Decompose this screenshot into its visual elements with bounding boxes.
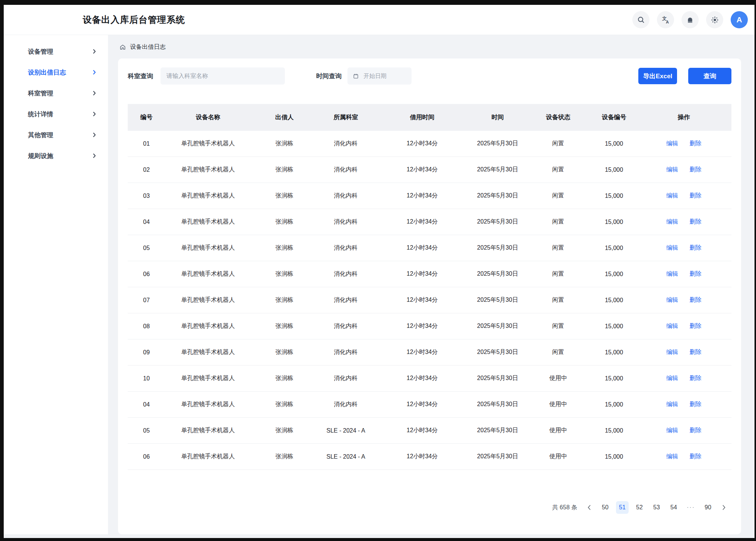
- sidebar-item[interactable]: 设别出借日志: [4, 62, 108, 83]
- sidebar-item[interactable]: 其他管理: [4, 124, 108, 145]
- delete-link[interactable]: 删除: [690, 349, 702, 355]
- cell-borrow-duration: 12小时34分: [374, 209, 471, 235]
- column-header: 设备状态: [525, 104, 592, 131]
- delete-link[interactable]: 删除: [690, 375, 702, 381]
- query-button[interactable]: 查询: [688, 68, 731, 84]
- cell-date: 2025年5月30日: [471, 131, 525, 157]
- dept-search-input[interactable]: [161, 67, 285, 85]
- home-icon: [119, 44, 126, 51]
- dept-query-label: 科室查询: [128, 72, 153, 80]
- cell-device-number: 15,000: [592, 131, 636, 157]
- delete-link[interactable]: 删除: [690, 401, 702, 407]
- table-row: 10 单孔腔镜手术机器人 张润栋 消化内科 12小时34分 2025年5月30日…: [128, 366, 731, 392]
- column-header: 出借人: [251, 104, 318, 131]
- delete-link[interactable]: 删除: [690, 166, 702, 173]
- table-row: 05 单孔腔镜手术机器人 张润栋 SLE - 2024 - A 12小时34分 …: [128, 418, 731, 444]
- sidebar-item[interactable]: 设备管理: [4, 41, 108, 62]
- cell-borrow-duration: 12小时34分: [374, 261, 471, 287]
- cell-number: 07: [128, 287, 165, 313]
- delete-link[interactable]: 删除: [690, 192, 702, 199]
- delete-link[interactable]: 删除: [690, 323, 702, 329]
- edit-link[interactable]: 编辑: [666, 140, 678, 146]
- avatar[interactable]: A: [731, 11, 748, 28]
- edit-link[interactable]: 编辑: [666, 218, 678, 225]
- cell-borrow-duration: 12小时34分: [374, 418, 471, 444]
- main-content: 设备出借日志 科室查询 时间查询 开始日期 导出Excel 查询: [108, 35, 755, 538]
- edit-link[interactable]: 编辑: [666, 375, 678, 381]
- edit-link[interactable]: 编辑: [666, 166, 678, 173]
- edit-link[interactable]: 编辑: [666, 453, 678, 459]
- table-row: 09 单孔腔镜手术机器人 张润栋 消化内科 12小时34分 2025年5月30日…: [128, 339, 731, 366]
- page-number[interactable]: 52: [633, 501, 646, 514]
- delete-link[interactable]: 删除: [690, 427, 702, 433]
- delete-link[interactable]: 删除: [690, 270, 702, 277]
- language-button[interactable]: 文A: [657, 11, 674, 28]
- cell-device-name: 单孔腔镜手术机器人: [165, 392, 251, 418]
- translate-icon: 文A: [661, 16, 670, 24]
- cell-date: 2025年5月30日: [471, 157, 525, 183]
- cell-device-name: 单孔腔镜手术机器人: [165, 444, 251, 470]
- sidebar-item[interactable]: 统计详情: [4, 104, 108, 124]
- cell-device-number: 15,000: [592, 183, 636, 209]
- sidebar-item[interactable]: 科室管理: [4, 83, 108, 104]
- sidebar-item[interactable]: 规则设施: [4, 145, 108, 166]
- sidebar-item-label: 科室管理: [28, 89, 53, 98]
- cell-borrow-duration: 12小时34分: [374, 157, 471, 183]
- cell-department: 消化内科: [318, 339, 374, 366]
- app-window: 设备出入库后台管理系统 文A: [4, 5, 755, 538]
- cell-device-name: 单孔腔镜手术机器人: [165, 418, 251, 444]
- column-header: 时间: [471, 104, 525, 131]
- cell-lender: 张润栋: [251, 209, 318, 235]
- cell-number: 05: [128, 235, 165, 261]
- delete-link[interactable]: 删除: [690, 297, 702, 303]
- table-header-row: 编号设备名称出借人所属科室借用时间时间设备状态设备编号操作: [128, 104, 731, 131]
- page-number[interactable]: 54: [667, 501, 680, 514]
- pagination-total: 共 658 条: [552, 504, 577, 512]
- notification-button[interactable]: [682, 11, 699, 28]
- cell-actions: 编辑 删除: [636, 287, 731, 313]
- cell-device-number: 15,000: [592, 418, 636, 444]
- export-excel-button[interactable]: 导出Excel: [638, 68, 677, 84]
- page-ellipsis[interactable]: ···: [684, 501, 697, 514]
- page-list: 5051525354···90: [599, 501, 714, 514]
- settings-button[interactable]: [706, 11, 723, 28]
- search-icon: [637, 16, 645, 24]
- table-row: 06 单孔腔镜手术机器人 张润栋 消化内科 12小时34分 2025年5月30日…: [128, 261, 731, 287]
- content-card: 科室查询 时间查询 开始日期 导出Excel 查询: [118, 58, 741, 534]
- filter-bar: 科室查询 时间查询 开始日期 导出Excel 查询: [128, 67, 731, 85]
- sidebar-item-label: 设别出借日志: [28, 68, 66, 77]
- delete-link[interactable]: 删除: [690, 218, 702, 225]
- edit-link[interactable]: 编辑: [666, 427, 678, 433]
- edit-link[interactable]: 编辑: [666, 349, 678, 355]
- edit-link[interactable]: 编辑: [666, 323, 678, 329]
- page-number[interactable]: 51: [616, 501, 629, 514]
- table-row: 06 单孔腔镜手术机器人 张润栋 SLE - 2024 - A 12小时34分 …: [128, 444, 731, 470]
- breadcrumb[interactable]: 设备出借日志: [108, 35, 755, 51]
- page-number[interactable]: 90: [702, 501, 714, 514]
- table-row: 04 单孔腔镜手术机器人 张润栋 消化内科 12小时34分 2025年5月30日…: [128, 209, 731, 235]
- next-page-button[interactable]: [719, 501, 729, 514]
- topbar-actions: 文A: [632, 11, 748, 28]
- delete-link[interactable]: 删除: [690, 244, 702, 251]
- delete-link[interactable]: 删除: [690, 140, 702, 146]
- cell-device-status: 使用中: [525, 418, 592, 444]
- edit-link[interactable]: 编辑: [666, 244, 678, 251]
- cell-date: 2025年5月30日: [471, 183, 525, 209]
- search-button[interactable]: [632, 11, 649, 28]
- column-header: 设备编号: [592, 104, 636, 131]
- edit-link[interactable]: 编辑: [666, 297, 678, 303]
- cell-date: 2025年5月30日: [471, 235, 525, 261]
- edit-link[interactable]: 编辑: [666, 192, 678, 199]
- page-number[interactable]: 53: [650, 501, 663, 514]
- edit-link[interactable]: 编辑: [666, 401, 678, 407]
- prev-page-button[interactable]: [584, 501, 594, 514]
- start-date-picker[interactable]: 开始日期: [347, 67, 412, 85]
- cell-actions: 编辑 删除: [636, 444, 731, 470]
- edit-link[interactable]: 编辑: [666, 270, 678, 277]
- delete-link[interactable]: 删除: [690, 453, 702, 459]
- cell-borrow-duration: 12小时34分: [374, 313, 471, 339]
- cell-borrow-duration: 12小时34分: [374, 131, 471, 157]
- cell-actions: 编辑 删除: [636, 261, 731, 287]
- page-number[interactable]: 50: [599, 501, 612, 514]
- cell-actions: 编辑 删除: [636, 339, 731, 366]
